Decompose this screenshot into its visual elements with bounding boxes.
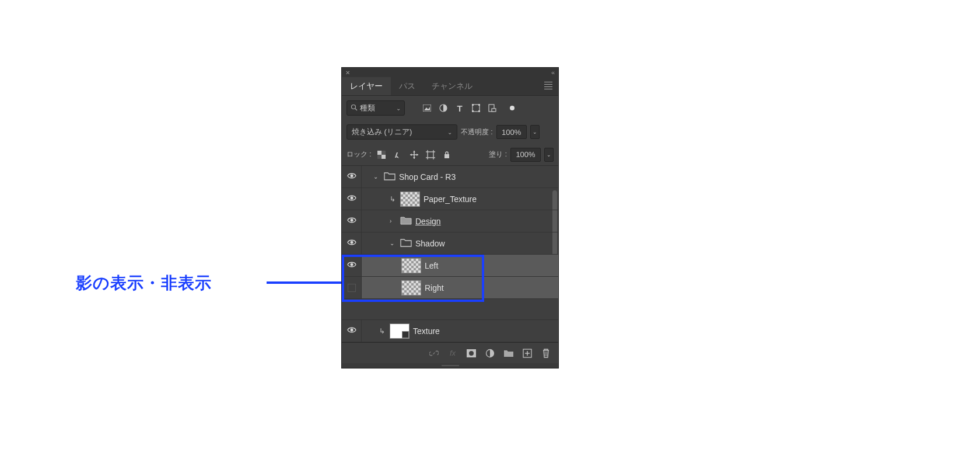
visibility-toggle[interactable]	[342, 188, 362, 210]
new-layer-icon[interactable]	[522, 348, 533, 359]
filter-type-label: 種類	[360, 103, 375, 113]
visibility-toggle[interactable]	[342, 320, 362, 342]
layer-name: Design	[415, 217, 441, 226]
panel-footer: fx	[342, 342, 558, 363]
layer-row-selected[interactable]: Right	[342, 277, 558, 299]
layer-mask-icon[interactable]	[466, 348, 477, 359]
fill-group: 塗り : 100% ⌄	[489, 148, 554, 162]
filter-type-select[interactable]: 種類 ⌄	[346, 100, 405, 116]
tab-paths[interactable]: パス	[391, 77, 424, 95]
visibility-toggle[interactable]	[342, 232, 362, 254]
collapse-panel-icon[interactable]: «	[551, 69, 555, 76]
layers-panel: ✕ « レイヤー パス チャンネル 種類 ⌄ T	[341, 67, 559, 368]
clip-mask-icon: ↳	[379, 327, 385, 335]
tab-channels[interactable]: チャンネル	[424, 77, 481, 95]
visibility-toggle[interactable]	[342, 210, 362, 232]
layer-name: Right	[425, 283, 444, 293]
visibility-toggle[interactable]	[342, 166, 362, 187]
lock-transparency-icon[interactable]	[376, 149, 387, 160]
lock-icon-group	[376, 149, 452, 160]
svg-point-30	[350, 263, 353, 266]
svg-point-29	[350, 241, 353, 244]
blend-mode-select[interactable]: 焼き込み (リニア) ⌄	[346, 124, 457, 140]
opacity-input[interactable]: 100%	[496, 125, 527, 139]
layer-row[interactable]: ↳ Paper_Texture	[342, 188, 558, 210]
spacer-row	[342, 299, 558, 320]
layer-row-group[interactable]: › Design	[342, 210, 558, 232]
opacity-chevron[interactable]: ⌄	[530, 125, 540, 139]
layer-thumbnail[interactable]	[401, 258, 421, 273]
svg-rect-9	[478, 110, 480, 112]
svg-rect-11	[492, 109, 496, 112]
lock-pixels-icon[interactable]	[393, 149, 403, 160]
layer-effects-icon[interactable]: fx	[447, 348, 458, 359]
layer-row-content: ↳ Texture	[362, 320, 558, 342]
layer-row-group[interactable]: ⌄ Shadow	[342, 232, 558, 255]
eye-icon	[347, 193, 356, 204]
new-group-icon[interactable]	[503, 348, 514, 359]
svg-rect-15	[377, 155, 382, 159]
layer-thumbnail[interactable]	[401, 280, 421, 295]
layer-row-content: ⌄ Shop Card - R3	[362, 166, 558, 187]
disclosure-open-icon[interactable]: ⌄	[390, 240, 397, 246]
folder-icon	[400, 215, 412, 227]
layer-row-content: Right	[362, 277, 558, 298]
svg-rect-7	[478, 104, 480, 106]
close-icon[interactable]: ✕	[345, 69, 350, 76]
disclosure-open-icon[interactable]: ⌄	[373, 173, 380, 180]
svg-point-31	[350, 329, 353, 332]
filter-shape-icon[interactable]	[471, 103, 481, 113]
search-icon	[351, 104, 358, 113]
filter-pixel-icon[interactable]	[422, 103, 432, 113]
lock-row: ロック : 塗り : 100% ⌄	[342, 144, 558, 166]
layer-thumbnail-smart[interactable]	[390, 324, 410, 339]
blend-mode-value: 焼き込み (リニア)	[352, 127, 412, 137]
fill-chevron[interactable]: ⌄	[544, 148, 554, 162]
layer-name: Left	[425, 261, 438, 270]
layer-name: Shadow	[415, 239, 445, 248]
filter-adjustment-icon[interactable]	[439, 103, 448, 113]
panel-resize-grip[interactable]	[342, 363, 558, 368]
filter-type-icon[interactable]: T	[455, 103, 464, 113]
adjustment-layer-icon[interactable]	[485, 348, 495, 359]
layer-row-group[interactable]: ⌄ Shop Card - R3	[342, 166, 558, 188]
link-layers-icon[interactable]	[429, 348, 439, 359]
layer-name: Texture	[413, 326, 440, 336]
panel-menu-icon[interactable]	[544, 80, 558, 93]
svg-point-33	[469, 351, 474, 356]
disclosure-closed-icon[interactable]: ›	[390, 218, 397, 224]
layers-list: ⌄ Shop Card - R3 ↳ Paper_Texture	[342, 166, 558, 342]
layer-thumbnail[interactable]	[400, 192, 420, 207]
filter-icon-group: T	[422, 103, 517, 113]
chevron-down-icon: ⌄	[396, 105, 401, 112]
panel-tabs: レイヤー パス チャンネル	[342, 77, 558, 96]
layer-row-selected[interactable]: Left	[342, 255, 558, 277]
svg-rect-13	[382, 155, 386, 159]
folder-icon	[400, 238, 412, 249]
layer-filter-row: 種類 ⌄ T	[342, 96, 558, 120]
eye-icon	[347, 215, 356, 227]
blend-row: 焼き込み (リニア) ⌄ 不透明度 : 100% ⌄	[342, 120, 558, 144]
lock-artboard-icon[interactable]	[425, 149, 436, 160]
lock-position-icon[interactable]	[409, 149, 419, 160]
hidden-layer-icon	[348, 284, 356, 292]
layer-row-content: ↳ Paper_Texture	[362, 188, 558, 210]
lock-all-icon[interactable]	[442, 149, 452, 160]
delete-layer-icon[interactable]	[541, 348, 551, 359]
svg-point-27	[350, 197, 353, 200]
visibility-toggle[interactable]	[342, 277, 362, 298]
visibility-toggle[interactable]	[342, 255, 362, 276]
opacity-label: 不透明度 :	[461, 127, 493, 137]
annotation-connector-line	[267, 281, 341, 284]
eye-icon	[347, 171, 356, 182]
layer-row[interactable]: ↳ Texture	[342, 320, 558, 342]
svg-point-28	[350, 219, 353, 222]
svg-rect-8	[472, 110, 474, 112]
svg-point-26	[350, 175, 353, 178]
fill-label: 塗り :	[489, 149, 507, 159]
tab-layers[interactable]: レイヤー	[342, 77, 391, 95]
filter-toggle-icon[interactable]	[508, 103, 517, 113]
svg-marker-3	[424, 107, 430, 110]
filter-smart-icon[interactable]	[488, 103, 497, 113]
fill-input[interactable]: 100%	[510, 148, 541, 162]
